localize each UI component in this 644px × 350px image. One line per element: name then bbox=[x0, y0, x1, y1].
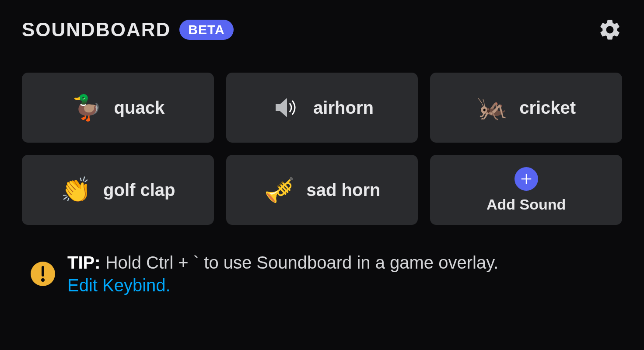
sound-tile-quack[interactable]: 🦆 quack bbox=[22, 73, 214, 143]
duck-icon: 🦆 bbox=[71, 92, 103, 123]
title-group: SOUNDBOARD BETA bbox=[22, 19, 234, 41]
svg-point-1 bbox=[41, 278, 45, 282]
svg-rect-0 bbox=[42, 266, 44, 276]
tip-body: Hold Ctrl + ` to use Soundboard in a gam… bbox=[105, 253, 499, 272]
sound-label: airhorn bbox=[313, 98, 374, 118]
tip-prefix: TIP: bbox=[67, 253, 101, 272]
warning-icon bbox=[31, 262, 55, 286]
edit-keybind-link[interactable]: Edit Keybind. bbox=[67, 276, 171, 295]
header: SOUNDBOARD BETA bbox=[22, 18, 622, 42]
sound-label: sad horn bbox=[307, 180, 381, 200]
tip-text: TIP: Hold Ctrl + ` to use Soundboard in … bbox=[67, 251, 498, 297]
plus-icon bbox=[514, 167, 538, 191]
sound-label: quack bbox=[114, 98, 165, 118]
sound-label: cricket bbox=[519, 98, 576, 118]
sound-grid: 🦆 quack airhorn 🦗 cricket 👏 golf clap 🎺 … bbox=[22, 73, 622, 225]
tip-row: TIP: Hold Ctrl + ` to use Soundboard in … bbox=[22, 251, 622, 297]
cricket-icon: 🦗 bbox=[476, 92, 508, 123]
sound-tile-sad-horn[interactable]: 🎺 sad horn bbox=[226, 155, 418, 225]
gear-icon bbox=[598, 18, 622, 42]
add-sound-button[interactable]: Add Sound bbox=[430, 155, 622, 225]
speaker-icon bbox=[270, 92, 302, 123]
sound-label: golf clap bbox=[103, 180, 175, 200]
sound-tile-golf-clap[interactable]: 👏 golf clap bbox=[22, 155, 214, 225]
add-sound-label: Add Sound bbox=[486, 196, 566, 213]
trumpet-icon: 🎺 bbox=[264, 174, 295, 206]
page-title: SOUNDBOARD bbox=[22, 19, 171, 41]
clap-icon: 👏 bbox=[60, 174, 92, 206]
sound-tile-cricket[interactable]: 🦗 cricket bbox=[430, 73, 622, 143]
beta-badge: BETA bbox=[179, 20, 233, 40]
settings-button[interactable] bbox=[598, 18, 622, 42]
sound-tile-airhorn[interactable]: airhorn bbox=[226, 73, 418, 143]
